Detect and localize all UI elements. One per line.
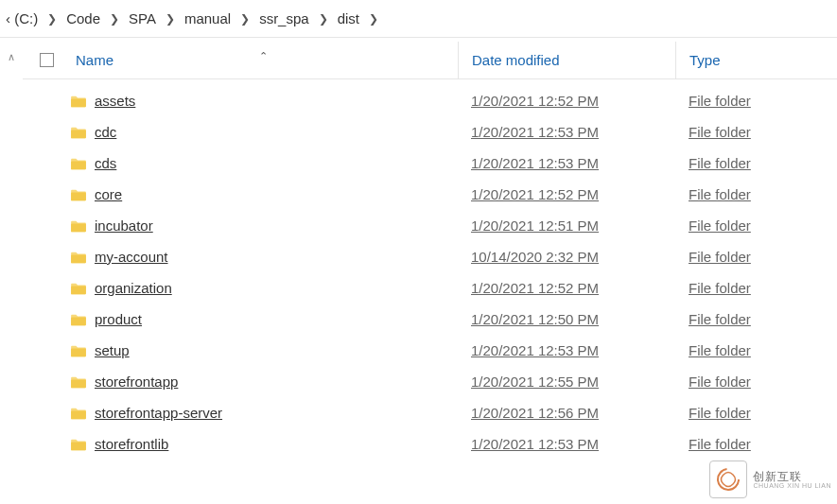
file-row[interactable]: cdc1/20/2021 12:53 PMFile folder bbox=[23, 116, 837, 148]
folder-name-link[interactable]: storefrontlib bbox=[95, 436, 168, 452]
row-date-cell: 1/20/2021 12:52 PM bbox=[458, 186, 675, 202]
breadcrumb-label: SPA bbox=[129, 10, 156, 26]
row-type-cell: File folder bbox=[675, 436, 837, 452]
select-all-checkbox[interactable] bbox=[40, 53, 54, 67]
file-row[interactable]: core1/20/2021 12:52 PMFile folder bbox=[23, 179, 837, 210]
column-header-type[interactable]: Type bbox=[675, 42, 837, 78]
column-header-name-label: Name bbox=[76, 52, 113, 68]
folder-icon bbox=[70, 126, 87, 139]
folder-icon bbox=[70, 438, 87, 451]
row-name-cell: product bbox=[95, 311, 458, 327]
file-type-text: File folder bbox=[689, 249, 751, 265]
column-header-type-label: Type bbox=[689, 52, 721, 68]
file-row[interactable]: product1/20/2021 12:50 PMFile folder bbox=[23, 304, 837, 335]
row-icon-cell bbox=[70, 313, 95, 326]
file-type-text: File folder bbox=[689, 186, 751, 202]
row-icon-cell bbox=[70, 95, 95, 108]
file-row[interactable]: my-account10/14/2020 2:32 PMFile folder bbox=[23, 241, 837, 272]
row-date-cell: 1/20/2021 12:53 PM bbox=[458, 342, 675, 358]
folder-name-link[interactable]: cds bbox=[95, 155, 116, 171]
date-modified-text: 1/20/2021 12:53 PM bbox=[471, 124, 599, 140]
date-modified-text: 1/20/2021 12:52 PM bbox=[471, 186, 599, 202]
folder-name-link[interactable]: product bbox=[95, 311, 142, 327]
folder-name-link[interactable]: incubator bbox=[95, 217, 153, 234]
row-type-cell: File folder bbox=[675, 405, 837, 421]
folder-icon bbox=[70, 313, 87, 326]
row-name-cell: cdc bbox=[95, 124, 458, 140]
row-date-cell: 1/20/2021 12:55 PM bbox=[458, 374, 675, 390]
row-date-cell: 1/20/2021 12:53 PM bbox=[458, 155, 675, 171]
breadcrumb-label: dist bbox=[338, 10, 359, 26]
chevron-right-icon[interactable]: ❯ bbox=[106, 12, 123, 26]
breadcrumb-label: Code bbox=[66, 10, 100, 26]
folder-icon bbox=[70, 157, 87, 170]
row-icon-cell bbox=[70, 407, 95, 420]
row-date-cell: 1/20/2021 12:53 PM bbox=[458, 436, 675, 452]
folder-name-link[interactable]: cdc bbox=[95, 124, 116, 140]
column-header-date-label: Date modified bbox=[472, 52, 560, 68]
file-row[interactable]: storefrontlib1/20/2021 12:53 PMFile fold… bbox=[23, 428, 837, 460]
file-row[interactable]: assets1/20/2021 12:52 PMFile folder bbox=[23, 85, 837, 116]
chevron-right-icon[interactable]: ❯ bbox=[236, 12, 253, 26]
row-type-cell: File folder bbox=[675, 217, 837, 234]
watermark-subtext: CHUANG XIN HU LIAN bbox=[753, 482, 831, 489]
date-modified-text: 1/20/2021 12:53 PM bbox=[471, 342, 599, 358]
content-area: ∧ Name ⌃ Date modified Type assets1/20/2… bbox=[0, 38, 837, 504]
file-row[interactable]: storefrontapp1/20/2021 12:55 PMFile fold… bbox=[23, 366, 837, 397]
column-header-date[interactable]: Date modified bbox=[458, 42, 675, 78]
row-date-cell: 1/20/2021 12:56 PM bbox=[458, 405, 675, 421]
chevron-right-icon[interactable]: ❯ bbox=[44, 12, 61, 26]
column-header-name[interactable]: Name ⌃ bbox=[70, 52, 458, 68]
watermark-brand: 创新互联 bbox=[753, 471, 831, 482]
sort-ascending-icon: ⌃ bbox=[259, 50, 268, 62]
folder-name-link[interactable]: organization bbox=[95, 280, 172, 296]
breadcrumb-item[interactable]: ‹ (C:) bbox=[0, 9, 44, 28]
chevron-right-icon[interactable]: ❯ bbox=[162, 12, 179, 26]
file-row[interactable]: cds1/20/2021 12:53 PMFile folder bbox=[23, 148, 837, 179]
row-name-cell: storefrontlib bbox=[95, 436, 458, 452]
watermark-logo-icon bbox=[709, 461, 747, 498]
breadcrumb-label: ‹ (C:) bbox=[6, 10, 38, 26]
folder-icon bbox=[70, 282, 87, 295]
file-list-pane: Name ⌃ Date modified Type assets1/20/202… bbox=[23, 38, 837, 504]
row-icon-cell bbox=[70, 344, 95, 357]
breadcrumb-item[interactable]: dist bbox=[332, 9, 365, 28]
folder-name-link[interactable]: storefrontapp-server bbox=[95, 405, 222, 421]
file-row[interactable]: organization1/20/2021 12:52 PMFile folde… bbox=[23, 272, 837, 304]
file-type-text: File folder bbox=[689, 436, 751, 452]
folder-name-link[interactable]: storefrontapp bbox=[95, 374, 178, 390]
file-type-text: File folder bbox=[689, 124, 751, 140]
folder-name-link[interactable]: assets bbox=[95, 93, 135, 109]
file-row[interactable]: storefrontapp-server1/20/2021 12:56 PMFi… bbox=[23, 397, 837, 428]
breadcrumb-item[interactable]: ssr_spa bbox=[253, 9, 315, 28]
folder-icon bbox=[70, 188, 87, 201]
select-all-cell bbox=[23, 53, 70, 67]
date-modified-text: 1/20/2021 12:51 PM bbox=[471, 217, 599, 234]
caret-up-icon[interactable]: ∧ bbox=[8, 51, 15, 504]
chevron-right-icon[interactable]: ❯ bbox=[315, 12, 332, 26]
folder-name-link[interactable]: my-account bbox=[95, 249, 168, 265]
file-type-text: File folder bbox=[689, 374, 751, 390]
file-row[interactable]: setup1/20/2021 12:53 PMFile folder bbox=[23, 335, 837, 366]
breadcrumb-item[interactable]: SPA bbox=[123, 9, 162, 28]
file-list: assets1/20/2021 12:52 PMFile foldercdc1/… bbox=[23, 79, 837, 460]
chevron-right-icon[interactable]: ❯ bbox=[365, 12, 382, 26]
breadcrumb-label: ssr_spa bbox=[259, 10, 309, 26]
row-type-cell: File folder bbox=[675, 342, 837, 358]
row-type-cell: File folder bbox=[675, 124, 837, 140]
folder-icon bbox=[70, 407, 87, 420]
folder-icon bbox=[70, 95, 87, 108]
row-name-cell: organization bbox=[95, 280, 458, 296]
date-modified-text: 1/20/2021 12:53 PM bbox=[471, 436, 599, 452]
folder-name-link[interactable]: core bbox=[95, 186, 122, 202]
file-type-text: File folder bbox=[689, 217, 751, 234]
breadcrumb-item[interactable]: manual bbox=[179, 9, 236, 28]
folder-name-link[interactable]: setup bbox=[95, 342, 130, 358]
breadcrumb-label: manual bbox=[184, 10, 231, 26]
file-row[interactable]: incubator1/20/2021 12:51 PMFile folder bbox=[23, 210, 837, 241]
row-icon-cell bbox=[70, 282, 95, 295]
breadcrumb-item[interactable]: Code bbox=[61, 9, 106, 28]
row-type-cell: File folder bbox=[675, 155, 837, 171]
row-name-cell: assets bbox=[95, 93, 458, 109]
file-type-text: File folder bbox=[689, 155, 751, 171]
